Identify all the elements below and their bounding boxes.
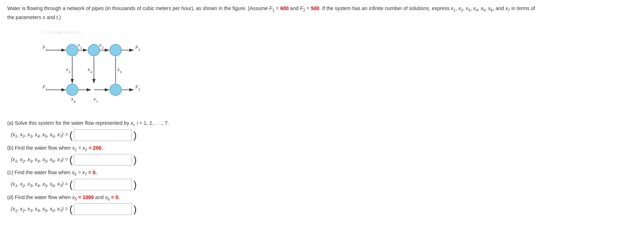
svg-text:5: 5 bbox=[120, 70, 122, 74]
problem-intro: Water is flowing through a network of pi… bbox=[7, 5, 269, 11]
network-diagram: x 1 x 2 x 3 x 4 x 5 x 6 x 7 F 1 F 1 F 2 … bbox=[36, 28, 152, 111]
svg-text:2: 2 bbox=[138, 48, 140, 52]
part-c-label: (c) Find the water flow when x6 = x7 = 0… bbox=[7, 168, 637, 177]
part-d-label: (d) Find the water flow when x5 = 1000 a… bbox=[7, 193, 637, 202]
part-d-tuple-label: (x1, x2, x3, x4, x5, x6, x7) = bbox=[11, 206, 68, 213]
part-c-answer-row: (x1, x2, x3, x4, x5, x6, x7) = ( ) bbox=[11, 179, 637, 190]
left-paren-c: ( bbox=[69, 180, 73, 190]
svg-point-15 bbox=[110, 44, 121, 56]
part-d: (d) Find the water flow when x5 = 1000 a… bbox=[7, 193, 637, 215]
answer-input-b[interactable] bbox=[74, 154, 132, 166]
svg-text:1: 1 bbox=[46, 48, 47, 52]
svg-point-17 bbox=[110, 84, 121, 96]
problem-line2: the parameters s and t.) bbox=[7, 14, 61, 20]
part-a-label: (a) Solve this system for the water flow… bbox=[7, 119, 637, 128]
svg-text:6: 6 bbox=[74, 100, 75, 104]
svg-point-16 bbox=[66, 84, 78, 96]
svg-text:4: 4 bbox=[90, 70, 92, 74]
F1-label: F bbox=[269, 5, 273, 11]
right-paren-a: ) bbox=[133, 130, 137, 140]
F1-value: 600 bbox=[280, 5, 289, 11]
svg-text:F: F bbox=[135, 45, 138, 50]
F2-value: 500 bbox=[311, 5, 319, 11]
part-b-tuple-label: (x1, x2, x3, x4, x5, x6, x7) = bbox=[11, 157, 68, 163]
right-paren-b: ) bbox=[133, 155, 137, 165]
svg-text:x: x bbox=[93, 97, 96, 102]
part-a-tuple-label: (x1, x2, x3, x4, x5, x6, x7) = bbox=[11, 132, 68, 138]
svg-text:F: F bbox=[135, 85, 138, 90]
svg-text:x: x bbox=[77, 43, 80, 48]
part-b: (b) Find the water flow when x1 = x2 = 2… bbox=[7, 144, 637, 166]
problem-statement: Water is flowing through a network of pi… bbox=[7, 4, 585, 21]
svg-text:F: F bbox=[43, 85, 46, 90]
right-paren-d: ) bbox=[133, 204, 137, 214]
part-b-answer-row: (x1, x2, x3, x4, x5, x6, x7) = ( ) bbox=[11, 154, 637, 166]
svg-text:2: 2 bbox=[138, 88, 140, 91]
svg-text:x: x bbox=[66, 67, 69, 72]
answer-input-a[interactable] bbox=[74, 129, 132, 141]
svg-text:2: 2 bbox=[102, 46, 104, 49]
svg-point-14 bbox=[88, 44, 100, 56]
part-c-tuple-label: (x1, x2, x3, x4, x5, x6, x7) = bbox=[11, 181, 68, 188]
svg-text:x: x bbox=[87, 67, 90, 72]
left-paren-b: ( bbox=[69, 155, 73, 165]
svg-text:x: x bbox=[71, 97, 74, 102]
right-paren-c: ) bbox=[133, 180, 137, 190]
left-paren-a: ( bbox=[69, 130, 73, 140]
svg-text:1: 1 bbox=[46, 88, 47, 91]
part-a-answer-row: (x1, x2, x3, x4, x5, x6, x7) = ( ) bbox=[11, 129, 637, 141]
part-c: (c) Find the water flow when x6 = x7 = 0… bbox=[7, 168, 637, 190]
svg-text:7: 7 bbox=[96, 100, 98, 104]
F2-label: F bbox=[300, 5, 303, 11]
part-a: (a) Solve this system for the water flow… bbox=[7, 119, 637, 141]
part-d-answer-row: (x1, x2, x3, x4, x5, x6, x7) = ( ) bbox=[11, 203, 637, 215]
answer-input-d[interactable] bbox=[74, 203, 132, 215]
svg-point-13 bbox=[66, 44, 78, 56]
svg-text:x: x bbox=[99, 43, 102, 48]
svg-text:F: F bbox=[43, 45, 46, 50]
and-text: and bbox=[289, 5, 300, 11]
svg-text:x: x bbox=[117, 67, 120, 72]
part-b-label: (b) Find the water flow when x1 = x2 = 2… bbox=[7, 144, 637, 153]
watermark: © Cengage Learning bbox=[43, 30, 79, 34]
answer-input-c[interactable] bbox=[74, 179, 132, 190]
eq1: = bbox=[275, 5, 280, 11]
svg-text:1: 1 bbox=[80, 46, 82, 49]
problem-middle: . If the system has an infinite number o… bbox=[319, 5, 535, 11]
svg-text:3: 3 bbox=[69, 70, 70, 74]
eq2: = bbox=[305, 5, 311, 11]
left-paren-d: ( bbox=[69, 204, 73, 214]
